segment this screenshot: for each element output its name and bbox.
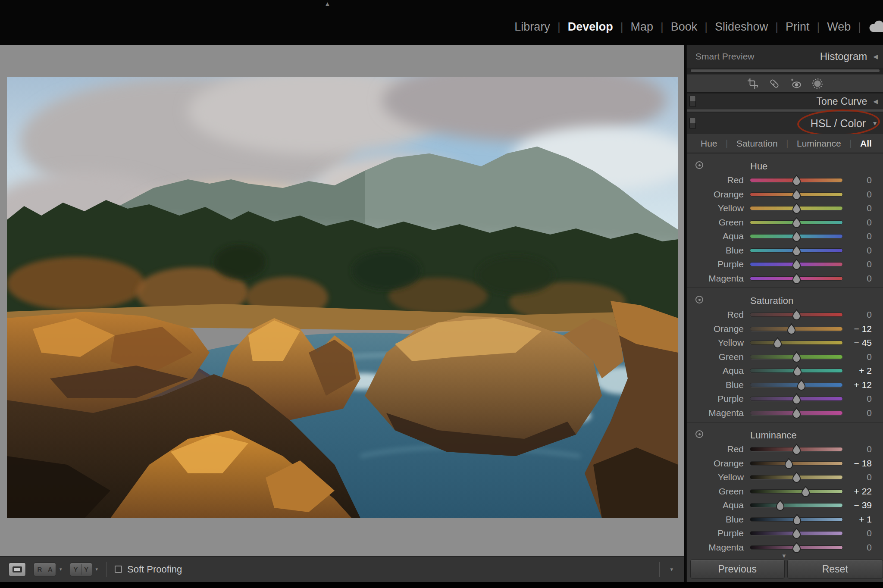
section-title: Saturation bbox=[750, 295, 793, 307]
slider-value[interactable]: + 22 bbox=[843, 486, 883, 497]
nav-item-web[interactable]: Web bbox=[827, 20, 851, 34]
slider-value[interactable]: 0 bbox=[843, 259, 883, 269]
slider-value[interactable]: 0 bbox=[843, 444, 883, 454]
soft-proofing-checkbox[interactable] bbox=[115, 566, 122, 573]
reference-view-button[interactable]: R A bbox=[34, 563, 56, 576]
slider-track[interactable] bbox=[750, 248, 843, 253]
tone-curve-panel-header[interactable]: Tone Curve ◀ bbox=[687, 94, 883, 109]
tab-all[interactable]: All bbox=[860, 138, 872, 149]
slider-track[interactable] bbox=[750, 475, 843, 479]
slider-hue-red: Red0 bbox=[687, 173, 883, 188]
slider-value[interactable]: − 45 bbox=[843, 338, 883, 348]
previous-button[interactable]: Previous bbox=[690, 560, 785, 579]
targeted-adjustment-icon[interactable] bbox=[695, 430, 703, 438]
top-panel-reveal-icon[interactable]: ▲ bbox=[324, 0, 331, 7]
toolbar-divider-right bbox=[659, 562, 660, 577]
slider-track[interactable] bbox=[750, 369, 843, 373]
slider-track[interactable] bbox=[750, 545, 843, 550]
toolbar-options-dropdown-icon[interactable]: ▾ bbox=[670, 566, 673, 572]
slider-track[interactable] bbox=[750, 327, 843, 331]
develop-toolbar: R A ▾ Y Y ▾ Soft Proofing ▾ bbox=[0, 556, 684, 582]
slider-value[interactable]: 0 bbox=[843, 352, 883, 362]
tab-separator: | bbox=[786, 138, 788, 148]
heal-icon[interactable] bbox=[768, 78, 780, 90]
slider-value[interactable]: + 2 bbox=[843, 366, 883, 376]
before-after-dropdown-icon[interactable]: ▾ bbox=[96, 566, 98, 572]
red-eye-icon[interactable] bbox=[790, 78, 802, 90]
hsl-enable-toggle[interactable] bbox=[689, 118, 696, 129]
slider-value[interactable]: + 12 bbox=[843, 380, 883, 390]
reset-button[interactable]: Reset bbox=[787, 560, 883, 579]
nav-item-print[interactable]: Print bbox=[786, 20, 810, 34]
slider-track[interactable] bbox=[750, 313, 843, 317]
slider-value[interactable]: 0 bbox=[843, 231, 883, 241]
nav-item-library[interactable]: Library bbox=[514, 20, 550, 34]
nav-item-slideshow[interactable]: Slideshow bbox=[715, 20, 768, 34]
slider-hue-aqua: Aqua0 bbox=[687, 229, 883, 244]
slider-value[interactable]: 0 bbox=[843, 273, 883, 284]
slider-value[interactable]: 0 bbox=[843, 394, 883, 404]
creative-cloud-sync-icon[interactable] bbox=[868, 20, 881, 34]
crop-icon[interactable] bbox=[747, 78, 759, 90]
slider-track[interactable] bbox=[750, 383, 843, 387]
target-dot bbox=[698, 164, 701, 166]
slider-value[interactable]: − 12 bbox=[843, 324, 883, 334]
tab-separator: | bbox=[726, 138, 728, 148]
loupe-view-button[interactable] bbox=[9, 563, 26, 576]
slider-track[interactable] bbox=[750, 355, 843, 359]
histogram-collapse-icon[interactable]: ◀ bbox=[873, 53, 878, 60]
slider-value[interactable]: 0 bbox=[843, 175, 883, 185]
slider-value[interactable]: − 39 bbox=[843, 500, 883, 510]
slider-track[interactable] bbox=[750, 461, 843, 466]
slider-value[interactable]: 0 bbox=[843, 528, 883, 538]
slider-track[interactable] bbox=[750, 489, 843, 494]
targeted-adjustment-icon[interactable] bbox=[695, 161, 703, 169]
tone-curve-collapse-icon[interactable]: ◀ bbox=[873, 98, 878, 105]
mask-icon[interactable] bbox=[811, 78, 824, 90]
slider-saturation-aqua: Aqua+ 2 bbox=[687, 364, 883, 378]
slider-track[interactable] bbox=[750, 503, 843, 507]
panel-scroll-hint-icon[interactable]: ▼ bbox=[781, 553, 787, 559]
slider-track[interactable] bbox=[750, 262, 843, 266]
slider-value[interactable]: 0 bbox=[843, 189, 883, 200]
tab-luminance[interactable]: Luminance bbox=[797, 138, 841, 149]
nav-separator: | bbox=[817, 20, 820, 34]
slider-label: Red bbox=[687, 444, 744, 454]
nav-item-book[interactable]: Book bbox=[671, 20, 698, 34]
slider-value[interactable]: 0 bbox=[843, 472, 883, 482]
slider-track[interactable] bbox=[750, 341, 843, 345]
slider-track[interactable] bbox=[750, 206, 843, 210]
slider-value[interactable]: 0 bbox=[843, 408, 883, 418]
hsl-color-panel-header[interactable]: HSL / Color ▼ bbox=[687, 113, 883, 134]
soft-proofing-control: Soft Proofing bbox=[115, 564, 182, 575]
nav-item-map[interactable]: Map bbox=[630, 20, 653, 34]
tab-hue[interactable]: Hue bbox=[701, 138, 717, 149]
slider-value[interactable]: 0 bbox=[843, 542, 883, 553]
smart-preview-label[interactable]: Smart Preview bbox=[695, 51, 755, 62]
slider-track[interactable] bbox=[750, 276, 843, 281]
nav-item-develop[interactable]: Develop bbox=[568, 20, 613, 34]
histogram-panel-header[interactable]: Smart Preview Histogram ◀ bbox=[687, 45, 883, 68]
slider-track[interactable] bbox=[750, 517, 843, 522]
slider-value[interactable]: 0 bbox=[843, 217, 883, 228]
targeted-adjustment-icon[interactable] bbox=[695, 296, 703, 303]
tone-curve-enable-toggle[interactable] bbox=[689, 96, 696, 107]
slider-track[interactable] bbox=[750, 531, 843, 535]
photo-canvas[interactable] bbox=[7, 77, 678, 518]
hsl-expand-icon[interactable]: ▼ bbox=[872, 120, 878, 127]
slider-track[interactable] bbox=[750, 447, 843, 451]
before-after-view-button[interactable]: Y Y bbox=[70, 563, 92, 576]
slider-value[interactable]: − 18 bbox=[843, 458, 883, 469]
reference-view-dropdown-icon[interactable]: ▾ bbox=[59, 566, 62, 572]
slider-value[interactable]: 0 bbox=[843, 245, 883, 256]
slider-track[interactable] bbox=[750, 397, 843, 401]
slider-track[interactable] bbox=[750, 220, 843, 225]
slider-value[interactable]: + 1 bbox=[843, 514, 883, 525]
tab-saturation[interactable]: Saturation bbox=[736, 138, 778, 149]
slider-value[interactable]: 0 bbox=[843, 310, 883, 320]
slider-track[interactable] bbox=[750, 234, 843, 238]
slider-value[interactable]: 0 bbox=[843, 203, 883, 213]
slider-track[interactable] bbox=[750, 178, 843, 182]
slider-track[interactable] bbox=[750, 411, 843, 415]
slider-track[interactable] bbox=[750, 192, 843, 197]
